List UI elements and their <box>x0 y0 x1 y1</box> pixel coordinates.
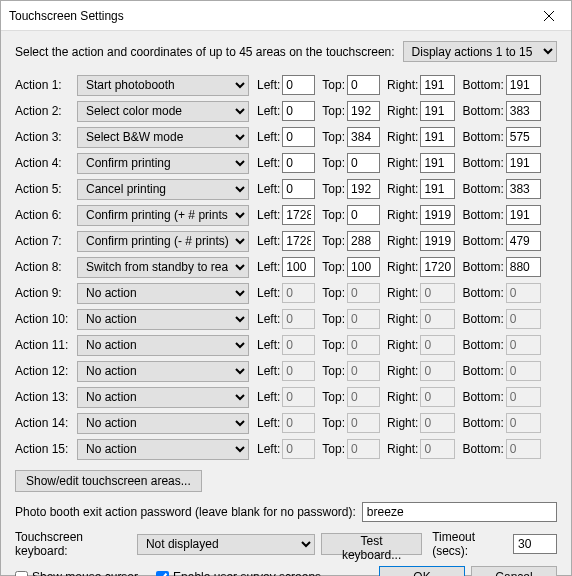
left-input <box>282 283 315 303</box>
action-row: Action 1:Start photoboothLeft:Top:Right:… <box>15 72 557 98</box>
right-label: Right: <box>387 208 420 222</box>
action-select[interactable]: No action <box>77 335 249 356</box>
bottom-input <box>506 387 541 407</box>
action-select[interactable]: Confirm printing <box>77 153 249 174</box>
instruction-label: Select the action and coordinates of up … <box>15 45 403 59</box>
bottom-input[interactable] <box>506 231 541 251</box>
left-input[interactable] <box>282 257 315 277</box>
action-select[interactable]: Select color mode <box>77 101 249 122</box>
survey-text: Enable user survey screens <box>173 570 321 576</box>
left-input[interactable] <box>282 205 315 225</box>
action-label: Action 1: <box>15 78 77 92</box>
bottom-input[interactable] <box>506 75 541 95</box>
action-select[interactable]: Switch from standby to ready <box>77 257 249 278</box>
right-input[interactable] <box>420 257 455 277</box>
action-label: Action 9: <box>15 286 77 300</box>
top-input[interactable] <box>347 179 380 199</box>
action-select[interactable]: No action <box>77 439 249 460</box>
left-input[interactable] <box>282 231 315 251</box>
top-input[interactable] <box>347 101 380 121</box>
action-select[interactable]: Confirm printing (+ # prints) <box>77 205 249 226</box>
action-select[interactable]: No action <box>77 283 249 304</box>
password-input[interactable] <box>362 502 557 522</box>
bottom-label: Bottom: <box>462 104 505 118</box>
bottom-label: Bottom: <box>462 260 505 274</box>
ok-button[interactable]: OK <box>379 566 465 576</box>
bottom-input <box>506 413 541 433</box>
action-select[interactable]: Cancel printing <box>77 179 249 200</box>
top-input <box>347 283 380 303</box>
left-label: Left: <box>257 208 282 222</box>
action-select[interactable]: No action <box>77 309 249 330</box>
top-input[interactable] <box>347 257 380 277</box>
right-input[interactable] <box>420 127 455 147</box>
top-label: Top: <box>322 260 347 274</box>
top-label: Top: <box>322 390 347 404</box>
top-input[interactable] <box>347 205 380 225</box>
action-label: Action 11: <box>15 338 77 352</box>
left-input[interactable] <box>282 101 315 121</box>
bottom-input[interactable] <box>506 127 541 147</box>
timeout-input[interactable] <box>513 534 557 554</box>
bottom-label: Bottom: <box>462 130 505 144</box>
left-input[interactable] <box>282 127 315 147</box>
action-row: Action 2:Select color modeLeft:Top:Right… <box>15 98 557 124</box>
cancel-button[interactable]: Cancel <box>471 566 557 576</box>
bottom-label: Bottom: <box>462 286 505 300</box>
action-row: Action 3:Select B&W modeLeft:Top:Right:B… <box>15 124 557 150</box>
show-mouse-checkbox-label[interactable]: Show mouse cursor <box>15 570 138 576</box>
close-button[interactable] <box>526 1 571 31</box>
action-row: Action 11:No actionLeft:Top:Right:Bottom… <box>15 332 557 358</box>
bottom-input <box>506 283 541 303</box>
bottom-input[interactable] <box>506 179 541 199</box>
left-input[interactable] <box>282 179 315 199</box>
action-row: Action 8:Switch from standby to readyLef… <box>15 254 557 280</box>
password-label: Photo booth exit action password (leave … <box>15 505 356 519</box>
show-edit-areas-button[interactable]: Show/edit touchscreen areas... <box>15 470 202 492</box>
instruction-row: Select the action and coordinates of up … <box>15 41 557 62</box>
right-label: Right: <box>387 104 420 118</box>
display-range-select[interactable]: Display actions 1 to 15 <box>403 41 557 62</box>
right-label: Right: <box>387 182 420 196</box>
top-input[interactable] <box>347 153 380 173</box>
right-input <box>420 283 455 303</box>
action-select[interactable]: Confirm printing (- # prints) <box>77 231 249 252</box>
bottom-input[interactable] <box>506 101 541 121</box>
bottom-label: Bottom: <box>462 338 505 352</box>
left-input <box>282 309 315 329</box>
right-input[interactable] <box>420 231 455 251</box>
show-mouse-checkbox[interactable] <box>15 571 28 577</box>
top-input[interactable] <box>347 75 380 95</box>
top-label: Top: <box>322 182 347 196</box>
window-title: Touchscreen Settings <box>9 9 526 23</box>
top-input[interactable] <box>347 127 380 147</box>
top-input <box>347 361 380 381</box>
right-input[interactable] <box>420 153 455 173</box>
left-label: Left: <box>257 442 282 456</box>
left-input <box>282 387 315 407</box>
bottom-label: Bottom: <box>462 416 505 430</box>
bottom-input[interactable] <box>506 153 541 173</box>
survey-checkbox[interactable] <box>156 571 169 577</box>
action-select[interactable]: No action <box>77 387 249 408</box>
survey-checkbox-label[interactable]: Enable user survey screens <box>156 570 321 576</box>
action-select[interactable]: No action <box>77 413 249 434</box>
bottom-input[interactable] <box>506 205 541 225</box>
left-label: Left: <box>257 182 282 196</box>
test-keyboard-button[interactable]: Test keyboard... <box>321 533 422 555</box>
action-label: Action 2: <box>15 104 77 118</box>
keyboard-select[interactable]: Not displayed <box>137 534 315 555</box>
right-input[interactable] <box>420 101 455 121</box>
action-select[interactable]: No action <box>77 361 249 382</box>
left-input <box>282 439 315 459</box>
action-select[interactable]: Select B&W mode <box>77 127 249 148</box>
right-input[interactable] <box>420 205 455 225</box>
top-input[interactable] <box>347 231 380 251</box>
bottom-input[interactable] <box>506 257 541 277</box>
bottom-label: Bottom: <box>462 78 505 92</box>
right-input[interactable] <box>420 75 455 95</box>
right-input[interactable] <box>420 179 455 199</box>
left-input[interactable] <box>282 75 315 95</box>
action-select[interactable]: Start photobooth <box>77 75 249 96</box>
left-input[interactable] <box>282 153 315 173</box>
